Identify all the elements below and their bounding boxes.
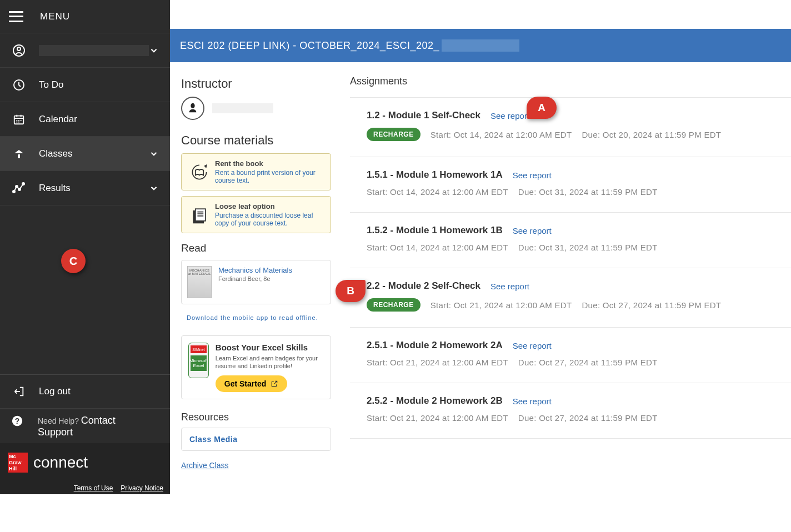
see-report-link[interactable]: See report bbox=[490, 282, 529, 291]
chevron-down-icon bbox=[149, 46, 159, 56]
simnet-card: SIMnet Microsoft Excel Boost Your Excel … bbox=[181, 335, 331, 399]
top-bar bbox=[170, 0, 791, 29]
brand-text: connect bbox=[33, 454, 88, 471]
see-report-link[interactable]: See report bbox=[513, 397, 552, 406]
assignment-row[interactable]: 2.5.2 - Module 2 Homework 2BSee reportSt… bbox=[350, 383, 791, 439]
chevron-down-icon bbox=[149, 149, 159, 159]
assignment-row[interactable]: 1.2 - Module 1 Self-CheckSee reportRECHA… bbox=[350, 98, 791, 157]
assignment-start: Start: Oct 21, 2024 at 12:00 AM EDT bbox=[430, 300, 572, 310]
external-link-icon bbox=[271, 380, 278, 388]
instructor-name-redacted bbox=[212, 103, 273, 113]
svg-text:?: ? bbox=[15, 417, 19, 425]
avatar bbox=[181, 97, 204, 120]
sidebar-item-label: Log out bbox=[39, 386, 159, 397]
get-started-button[interactable]: Get Started bbox=[216, 375, 287, 392]
sidebar-item-results[interactable]: Results bbox=[0, 171, 170, 205]
assignment-due: Due: Oct 31, 2024 at 11:59 PM EDT bbox=[518, 243, 658, 252]
materials-heading: Course materials bbox=[181, 133, 331, 148]
sidebar-item-label: To Do bbox=[39, 79, 159, 91]
assignment-title: 2.5.2 - Module 2 Homework 2B bbox=[367, 395, 503, 406]
sidebar-item-calendar[interactable]: Calendar bbox=[0, 102, 170, 137]
assignment-start: Start: Oct 14, 2024 at 12:00 AM EDT bbox=[367, 187, 508, 197]
loose-leaf-card[interactable]: Loose leaf option Purchase a discounted … bbox=[181, 196, 331, 233]
course-info-panel: Instructor Course materials Rent the boo… bbox=[170, 62, 339, 495]
ebook-card[interactable]: MECHANICS of MATERIALS Mechanics of Mate… bbox=[181, 260, 331, 304]
sidebar-item-profile[interactable] bbox=[0, 33, 170, 68]
results-icon bbox=[11, 182, 27, 195]
sidebar-item-label: Results bbox=[39, 183, 149, 194]
assignment-start: Start: Oct 21, 2024 at 12:00 AM EDT bbox=[367, 413, 508, 423]
svg-point-4 bbox=[13, 190, 15, 193]
brand-box: Mc Graw Hill bbox=[8, 453, 28, 473]
svg-point-1 bbox=[17, 47, 21, 51]
sidebar-item-help[interactable]: ? Need Help? Contact Support bbox=[0, 409, 170, 443]
lamp-icon bbox=[11, 147, 27, 160]
menu-label: MENU bbox=[40, 11, 70, 22]
assignment-row[interactable]: 2.5.1 - Module 2 Homework 2ASee reportSt… bbox=[350, 328, 791, 383]
assignments-heading: Assignments bbox=[350, 76, 791, 87]
rent-title: Rent the book bbox=[215, 159, 325, 168]
simnet-subtitle: Learn Excel and earn badges for your res… bbox=[216, 354, 324, 370]
instructor-row bbox=[181, 97, 331, 120]
terms-link[interactable]: Terms of Use bbox=[74, 484, 113, 492]
simnet-title: Boost Your Excel Skills bbox=[216, 343, 324, 352]
assignment-due: Due: Oct 20, 2024 at 11:59 PM EDT bbox=[582, 130, 721, 139]
callout-marker-a: A bbox=[527, 97, 557, 119]
assignment-title: 1.5.1 - Module 1 Homework 1A bbox=[367, 169, 503, 180]
privacy-link[interactable]: Privacy Notice bbox=[121, 484, 163, 492]
read-heading: Read bbox=[181, 242, 331, 254]
see-report-link[interactable]: See report bbox=[513, 226, 552, 235]
class-media-link[interactable]: Class Media bbox=[181, 428, 331, 451]
see-report-link[interactable]: See report bbox=[490, 111, 529, 121]
assignment-due: Due: Oct 27, 2024 at 11:59 PM EDT bbox=[582, 300, 721, 310]
chevron-down-icon bbox=[149, 183, 159, 193]
callout-marker-b: B bbox=[336, 280, 366, 302]
clock-icon bbox=[11, 78, 27, 92]
help-title: Need Help? bbox=[38, 416, 79, 425]
assignment-row[interactable]: 1.5.2 - Module 1 Homework 1BSee reportSt… bbox=[350, 213, 791, 268]
sidebar: MENU To Do Calendar Classes Results bbox=[0, 0, 170, 494]
assignment-due: Due: Oct 27, 2024 at 11:59 PM EDT bbox=[518, 413, 658, 423]
assignment-due: Due: Oct 27, 2024 at 11:59 PM EDT bbox=[518, 358, 658, 367]
sidebar-item-label: Classes bbox=[39, 148, 149, 159]
assignment-title: 1.2 - Module 1 Self-Check bbox=[367, 110, 480, 121]
hamburger-icon[interactable] bbox=[9, 11, 23, 22]
legal-links: Terms of Use Privacy Notice bbox=[0, 482, 170, 494]
book-cycle-icon bbox=[187, 159, 212, 184]
menu-header: MENU bbox=[0, 0, 170, 33]
sidebar-item-todo[interactable]: To Do bbox=[0, 68, 170, 102]
callout-marker-c: C bbox=[61, 249, 86, 273]
svg-point-5 bbox=[16, 185, 18, 188]
assignment-title: 2.2 - Module 2 Self-Check bbox=[367, 280, 480, 292]
simnet-badge-icon: SIMnet Microsoft Excel bbox=[188, 343, 209, 378]
sidebar-item-logout[interactable]: Log out bbox=[0, 374, 170, 409]
course-header: ESCI 202 (DEEP LINK) - OCTOBER_2024_ESCI… bbox=[170, 29, 791, 62]
see-report-link[interactable]: See report bbox=[513, 341, 552, 350]
rent-book-card[interactable]: Rent the book Rent a bound print version… bbox=[181, 153, 331, 190]
sidebar-item-label: Calendar bbox=[39, 114, 159, 125]
calendar-icon bbox=[11, 113, 27, 126]
assignment-title: 2.5.1 - Module 2 Homework 2A bbox=[367, 340, 503, 351]
assignment-row[interactable]: 1.5.1 - Module 1 Homework 1ASee reportSt… bbox=[350, 157, 791, 213]
instructor-heading: Instructor bbox=[181, 77, 331, 91]
assignments-panel: Assignments 1.2 - Module 1 Self-CheckSee… bbox=[339, 62, 791, 495]
loose-subtitle: Purchase a discounted loose leaf copy of… bbox=[215, 212, 325, 227]
profile-name-redacted bbox=[39, 45, 149, 56]
assignment-start: Start: Oct 21, 2024 at 12:00 AM EDT bbox=[367, 358, 508, 367]
loose-title: Loose leaf option bbox=[215, 202, 325, 210]
user-icon bbox=[11, 44, 27, 57]
see-report-link[interactable]: See report bbox=[513, 170, 552, 180]
sidebar-item-classes[interactable]: Classes bbox=[0, 137, 170, 171]
help-icon: ? bbox=[11, 415, 23, 429]
assignment-row[interactable]: 2.2 - Module 2 Self-CheckSee reportRECHA… bbox=[350, 268, 791, 328]
brand-row: Mc Graw Hill connect bbox=[0, 443, 170, 482]
ebook-thumbnail: MECHANICS of MATERIALS bbox=[187, 266, 212, 298]
svg-rect-11 bbox=[196, 209, 206, 221]
assignment-start: Start: Oct 14, 2024 at 12:00 AM EDT bbox=[430, 130, 572, 139]
ebook-author: Ferdinand Beer, 8e bbox=[218, 275, 292, 282]
archive-class-link[interactable]: Archive Class bbox=[181, 461, 229, 470]
assignment-start: Start: Oct 14, 2024 at 12:00 AM EDT bbox=[367, 243, 508, 252]
download-app-link[interactable]: Download the mobile app to read offline. bbox=[187, 313, 331, 322]
recharge-badge: RECHARGE bbox=[367, 128, 420, 141]
ebook-title: Mechanics of Materials bbox=[218, 266, 292, 274]
